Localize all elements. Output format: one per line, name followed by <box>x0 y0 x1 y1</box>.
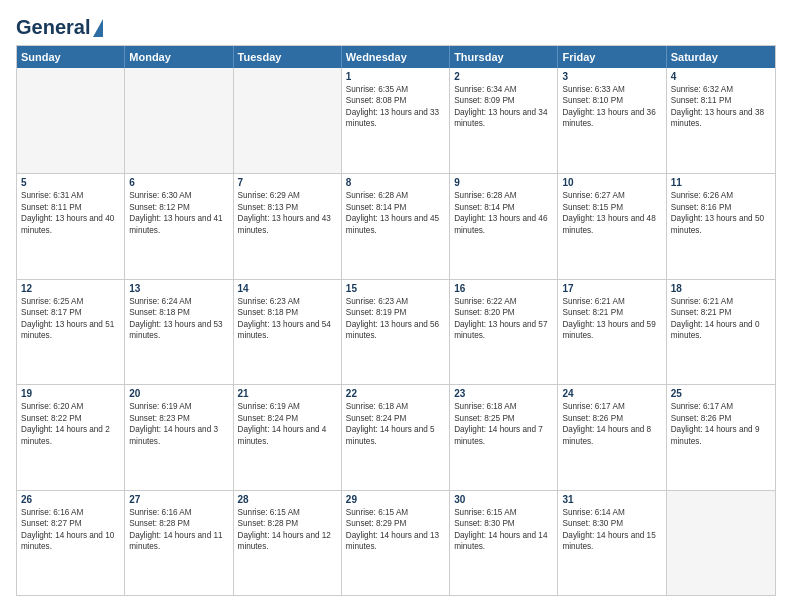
day-content: Sunrise: 6:27 AM Sunset: 8:15 PM Dayligh… <box>562 190 661 236</box>
calendar-cell: 14Sunrise: 6:23 AM Sunset: 8:18 PM Dayli… <box>234 280 342 384</box>
calendar-cell: 16Sunrise: 6:22 AM Sunset: 8:20 PM Dayli… <box>450 280 558 384</box>
day-number: 20 <box>129 388 228 399</box>
calendar-header-cell: Sunday <box>17 46 125 68</box>
day-content: Sunrise: 6:23 AM Sunset: 8:19 PM Dayligh… <box>346 296 445 342</box>
day-content: Sunrise: 6:35 AM Sunset: 8:08 PM Dayligh… <box>346 84 445 130</box>
day-content: Sunrise: 6:16 AM Sunset: 8:28 PM Dayligh… <box>129 507 228 553</box>
day-content: Sunrise: 6:23 AM Sunset: 8:18 PM Dayligh… <box>238 296 337 342</box>
day-number: 28 <box>238 494 337 505</box>
calendar-row: 26Sunrise: 6:16 AM Sunset: 8:27 PM Dayli… <box>17 490 775 595</box>
day-number: 3 <box>562 71 661 82</box>
calendar-cell <box>234 68 342 173</box>
calendar-header-cell: Friday <box>558 46 666 68</box>
day-content: Sunrise: 6:31 AM Sunset: 8:11 PM Dayligh… <box>21 190 120 236</box>
day-content: Sunrise: 6:16 AM Sunset: 8:27 PM Dayligh… <box>21 507 120 553</box>
calendar-cell: 11Sunrise: 6:26 AM Sunset: 8:16 PM Dayli… <box>667 174 775 278</box>
day-number: 9 <box>454 177 553 188</box>
day-number: 30 <box>454 494 553 505</box>
calendar-cell: 30Sunrise: 6:15 AM Sunset: 8:30 PM Dayli… <box>450 491 558 595</box>
day-number: 7 <box>238 177 337 188</box>
calendar-cell: 23Sunrise: 6:18 AM Sunset: 8:25 PM Dayli… <box>450 385 558 489</box>
calendar-cell: 3Sunrise: 6:33 AM Sunset: 8:10 PM Daylig… <box>558 68 666 173</box>
calendar-cell: 13Sunrise: 6:24 AM Sunset: 8:18 PM Dayli… <box>125 280 233 384</box>
day-content: Sunrise: 6:18 AM Sunset: 8:24 PM Dayligh… <box>346 401 445 447</box>
day-content: Sunrise: 6:24 AM Sunset: 8:18 PM Dayligh… <box>129 296 228 342</box>
day-number: 17 <box>562 283 661 294</box>
day-number: 18 <box>671 283 771 294</box>
day-content: Sunrise: 6:34 AM Sunset: 8:09 PM Dayligh… <box>454 84 553 130</box>
day-number: 14 <box>238 283 337 294</box>
day-number: 16 <box>454 283 553 294</box>
calendar-cell: 18Sunrise: 6:21 AM Sunset: 8:21 PM Dayli… <box>667 280 775 384</box>
day-number: 6 <box>129 177 228 188</box>
day-content: Sunrise: 6:30 AM Sunset: 8:12 PM Dayligh… <box>129 190 228 236</box>
day-content: Sunrise: 6:17 AM Sunset: 8:26 PM Dayligh… <box>671 401 771 447</box>
calendar-cell: 24Sunrise: 6:17 AM Sunset: 8:26 PM Dayli… <box>558 385 666 489</box>
day-content: Sunrise: 6:21 AM Sunset: 8:21 PM Dayligh… <box>562 296 661 342</box>
day-number: 1 <box>346 71 445 82</box>
calendar-cell: 20Sunrise: 6:19 AM Sunset: 8:23 PM Dayli… <box>125 385 233 489</box>
day-number: 5 <box>21 177 120 188</box>
day-content: Sunrise: 6:15 AM Sunset: 8:29 PM Dayligh… <box>346 507 445 553</box>
day-content: Sunrise: 6:28 AM Sunset: 8:14 PM Dayligh… <box>346 190 445 236</box>
calendar-row: 12Sunrise: 6:25 AM Sunset: 8:17 PM Dayli… <box>17 279 775 384</box>
day-number: 25 <box>671 388 771 399</box>
calendar-cell: 8Sunrise: 6:28 AM Sunset: 8:14 PM Daylig… <box>342 174 450 278</box>
calendar-cell: 17Sunrise: 6:21 AM Sunset: 8:21 PM Dayli… <box>558 280 666 384</box>
calendar-header-cell: Thursday <box>450 46 558 68</box>
day-number: 26 <box>21 494 120 505</box>
calendar-cell: 25Sunrise: 6:17 AM Sunset: 8:26 PM Dayli… <box>667 385 775 489</box>
calendar: SundayMondayTuesdayWednesdayThursdayFrid… <box>16 45 776 596</box>
day-content: Sunrise: 6:25 AM Sunset: 8:17 PM Dayligh… <box>21 296 120 342</box>
calendar-row: 19Sunrise: 6:20 AM Sunset: 8:22 PM Dayli… <box>17 384 775 489</box>
calendar-cell: 5Sunrise: 6:31 AM Sunset: 8:11 PM Daylig… <box>17 174 125 278</box>
day-content: Sunrise: 6:19 AM Sunset: 8:23 PM Dayligh… <box>129 401 228 447</box>
calendar-cell: 19Sunrise: 6:20 AM Sunset: 8:22 PM Dayli… <box>17 385 125 489</box>
calendar-header: SundayMondayTuesdayWednesdayThursdayFrid… <box>17 46 775 68</box>
calendar-cell: 26Sunrise: 6:16 AM Sunset: 8:27 PM Dayli… <box>17 491 125 595</box>
calendar-header-cell: Saturday <box>667 46 775 68</box>
calendar-cell: 7Sunrise: 6:29 AM Sunset: 8:13 PM Daylig… <box>234 174 342 278</box>
calendar-row: 1Sunrise: 6:35 AM Sunset: 8:08 PM Daylig… <box>17 68 775 173</box>
day-number: 15 <box>346 283 445 294</box>
day-content: Sunrise: 6:19 AM Sunset: 8:24 PM Dayligh… <box>238 401 337 447</box>
calendar-cell <box>17 68 125 173</box>
day-number: 2 <box>454 71 553 82</box>
day-content: Sunrise: 6:28 AM Sunset: 8:14 PM Dayligh… <box>454 190 553 236</box>
day-number: 8 <box>346 177 445 188</box>
day-number: 4 <box>671 71 771 82</box>
day-number: 24 <box>562 388 661 399</box>
day-content: Sunrise: 6:22 AM Sunset: 8:20 PM Dayligh… <box>454 296 553 342</box>
calendar-cell: 12Sunrise: 6:25 AM Sunset: 8:17 PM Dayli… <box>17 280 125 384</box>
day-content: Sunrise: 6:17 AM Sunset: 8:26 PM Dayligh… <box>562 401 661 447</box>
calendar-cell: 2Sunrise: 6:34 AM Sunset: 8:09 PM Daylig… <box>450 68 558 173</box>
day-content: Sunrise: 6:32 AM Sunset: 8:11 PM Dayligh… <box>671 84 771 130</box>
day-number: 10 <box>562 177 661 188</box>
day-content: Sunrise: 6:15 AM Sunset: 8:30 PM Dayligh… <box>454 507 553 553</box>
day-content: Sunrise: 6:14 AM Sunset: 8:30 PM Dayligh… <box>562 507 661 553</box>
calendar-header-cell: Monday <box>125 46 233 68</box>
calendar-cell: 22Sunrise: 6:18 AM Sunset: 8:24 PM Dayli… <box>342 385 450 489</box>
day-number: 21 <box>238 388 337 399</box>
calendar-cell: 6Sunrise: 6:30 AM Sunset: 8:12 PM Daylig… <box>125 174 233 278</box>
calendar-cell: 9Sunrise: 6:28 AM Sunset: 8:14 PM Daylig… <box>450 174 558 278</box>
day-number: 22 <box>346 388 445 399</box>
calendar-header-cell: Tuesday <box>234 46 342 68</box>
day-content: Sunrise: 6:21 AM Sunset: 8:21 PM Dayligh… <box>671 296 771 342</box>
page: General SundayMondayTuesdayWednesdayThur… <box>0 0 792 612</box>
day-content: Sunrise: 6:18 AM Sunset: 8:25 PM Dayligh… <box>454 401 553 447</box>
day-number: 19 <box>21 388 120 399</box>
calendar-cell: 21Sunrise: 6:19 AM Sunset: 8:24 PM Dayli… <box>234 385 342 489</box>
logo-text-general: General <box>16 16 90 39</box>
day-content: Sunrise: 6:33 AM Sunset: 8:10 PM Dayligh… <box>562 84 661 130</box>
calendar-cell: 27Sunrise: 6:16 AM Sunset: 8:28 PM Dayli… <box>125 491 233 595</box>
day-number: 12 <box>21 283 120 294</box>
day-number: 23 <box>454 388 553 399</box>
calendar-cell: 28Sunrise: 6:15 AM Sunset: 8:28 PM Dayli… <box>234 491 342 595</box>
day-number: 29 <box>346 494 445 505</box>
day-number: 13 <box>129 283 228 294</box>
calendar-cell: 29Sunrise: 6:15 AM Sunset: 8:29 PM Dayli… <box>342 491 450 595</box>
calendar-header-cell: Wednesday <box>342 46 450 68</box>
calendar-row: 5Sunrise: 6:31 AM Sunset: 8:11 PM Daylig… <box>17 173 775 278</box>
calendar-cell: 15Sunrise: 6:23 AM Sunset: 8:19 PM Dayli… <box>342 280 450 384</box>
